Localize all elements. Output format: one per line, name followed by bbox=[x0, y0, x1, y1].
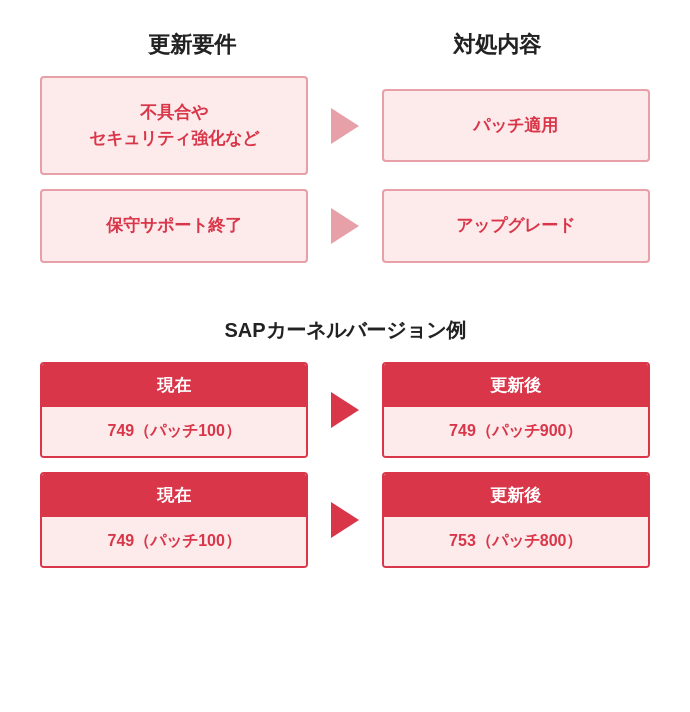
arrow-right-icon-2 bbox=[331, 208, 359, 244]
sap-left-value-2: 749（パッチ100） bbox=[42, 517, 306, 566]
sap-right-value-2: 753（パッチ800） bbox=[384, 517, 648, 566]
left-box-2: 保守サポート終了 bbox=[40, 189, 308, 263]
sap-left-value-1: 749（パッチ100） bbox=[42, 407, 306, 456]
sap-left-box-1: 現在 749（パッチ100） bbox=[40, 362, 308, 458]
sap-right-value-1: 749（パッチ900） bbox=[384, 407, 648, 456]
left-header-label: 更新要件 bbox=[58, 30, 326, 60]
header-row: 更新要件 対処内容 bbox=[40, 30, 650, 60]
sap-arrow-right-icon-1 bbox=[331, 392, 359, 428]
row-pair-1: 不具合やセキュリティ強化など パッチ適用 bbox=[40, 76, 650, 175]
sap-row-pair-2: 現在 749（パッチ100） 更新後 753（パッチ800） bbox=[40, 472, 650, 568]
sap-left-box-2: 現在 749（パッチ100） bbox=[40, 472, 308, 568]
sap-right-header-2: 更新後 bbox=[384, 474, 648, 517]
sap-arrow-2 bbox=[321, 502, 370, 538]
sap-left-header-1: 現在 bbox=[42, 364, 306, 407]
arrow-2 bbox=[321, 208, 370, 244]
right-box-1-text: パッチ適用 bbox=[473, 113, 558, 139]
right-box-2-text: アップグレード bbox=[456, 213, 575, 239]
sap-right-box-1: 更新後 749（パッチ900） bbox=[382, 362, 650, 458]
row-pair-2: 保守サポート終了 アップグレード bbox=[40, 189, 650, 263]
sap-section-title: SAPカーネルバージョン例 bbox=[40, 317, 650, 344]
right-box-1: パッチ適用 bbox=[382, 89, 650, 163]
sap-section: SAPカーネルバージョン例 現在 749（パッチ100） 更新後 749（パッチ… bbox=[40, 307, 650, 582]
right-box-2: アップグレード bbox=[382, 189, 650, 263]
top-section: 更新要件 対処内容 不具合やセキュリティ強化など パッチ適用 保守サポート終了 … bbox=[40, 30, 650, 277]
sap-left-header-2: 現在 bbox=[42, 474, 306, 517]
right-header-label: 対処内容 bbox=[363, 30, 631, 60]
arrow-1 bbox=[321, 108, 370, 144]
arrow-right-icon-1 bbox=[331, 108, 359, 144]
sap-row-pair-1: 現在 749（パッチ100） 更新後 749（パッチ900） bbox=[40, 362, 650, 458]
sap-right-header-1: 更新後 bbox=[384, 364, 648, 407]
left-box-2-text: 保守サポート終了 bbox=[106, 213, 242, 239]
sap-arrow-1 bbox=[321, 392, 370, 428]
left-box-1: 不具合やセキュリティ強化など bbox=[40, 76, 308, 175]
sap-arrow-right-icon-2 bbox=[331, 502, 359, 538]
sap-right-box-2: 更新後 753（パッチ800） bbox=[382, 472, 650, 568]
left-box-1-text: 不具合やセキュリティ強化など bbox=[89, 100, 259, 151]
